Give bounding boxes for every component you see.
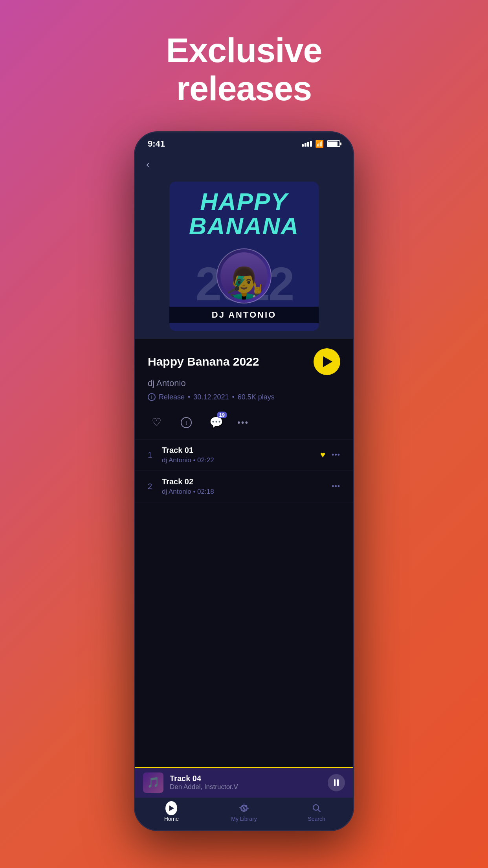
play-icon <box>323 356 332 367</box>
track-details: Track 01 dj Antonio • 02:22 <box>162 446 320 464</box>
release-info: i Release • 30.12.2021 • 60.5K plays <box>148 393 340 401</box>
album-title: HAPPY BANANA <box>189 189 299 238</box>
more-button[interactable]: ••• <box>237 417 249 428</box>
info-icon: i <box>148 393 156 401</box>
search-nav-icon <box>311 802 323 814</box>
battery-icon <box>327 140 340 147</box>
nav-item-home[interactable]: Home <box>152 802 191 822</box>
download-icon: ↓ <box>181 417 192 428</box>
table-row[interactable]: 1 Track 01 dj Antonio • 02:22 ♥ ••• <box>135 440 353 471</box>
dj-figure: 👨‍🎤 <box>220 252 268 300</box>
comment-badge: 19 <box>217 412 227 418</box>
like-button[interactable]: ♡ <box>148 414 165 431</box>
dj-circle: 👨‍🎤 <box>216 248 272 303</box>
mini-player[interactable]: 🎵 Track 04 Den Addel, Instructor.V <box>135 767 353 798</box>
track-actions: ••• <box>332 482 340 491</box>
promo-headline: Exclusive releases <box>166 31 322 108</box>
mini-track-info: Track 04 Den Addel, Instructor.V <box>170 774 321 791</box>
album-artwork-container: HAPPY BANANA 2022 👨‍🎤 DJ ANTONIO <box>135 174 353 339</box>
library-nav-label: My Library <box>231 816 257 822</box>
track-details: Track 02 dj Antonio • 02:18 <box>162 477 332 496</box>
heart-filled-icon[interactable]: ♥ <box>320 450 325 460</box>
home-play-icon <box>169 805 174 811</box>
track-number: 2 <box>148 482 162 491</box>
home-nav-label: Home <box>164 816 179 822</box>
top-nav: ‹ <box>135 152 353 174</box>
home-nav-icon <box>165 802 177 814</box>
download-button[interactable]: ↓ <box>178 414 195 431</box>
pause-button[interactable] <box>328 774 345 791</box>
mini-artwork: 🎵 <box>143 772 163 793</box>
play-button[interactable] <box>314 348 340 375</box>
mini-track-name: Track 04 <box>170 774 321 783</box>
artist-name: dj Antonio <box>148 378 340 388</box>
track-name: Track 01 <box>162 446 320 455</box>
nav-item-search[interactable]: Search <box>297 802 336 822</box>
table-row[interactable]: 2 Track 02 dj Antonio • 02:18 ••• <box>135 471 353 502</box>
nav-item-library[interactable]: My Library <box>224 802 264 822</box>
status-bar: 9:41 📶 <box>135 132 353 152</box>
search-nav-label: Search <box>308 816 325 822</box>
track-artist-time: dj Antonio • 02:18 <box>162 488 332 496</box>
track-more-icon[interactable]: ••• <box>332 451 340 459</box>
track-more-icon[interactable]: ••• <box>332 482 340 491</box>
mini-artist: Den Addel, Instructor.V <box>170 783 321 791</box>
track-name: Track 02 <box>162 477 332 486</box>
album-artwork: HAPPY BANANA 2022 👨‍🎤 DJ ANTONIO <box>169 182 319 331</box>
dj-name-band: DJ ANTONIO <box>169 307 319 323</box>
bottom-nav: Home My Library <box>135 798 353 830</box>
app-content: ‹ HAPPY BANANA 2022 👨‍🎤 DJ ANTON <box>135 152 353 830</box>
pause-icon <box>334 779 339 786</box>
heart-icon: ♡ <box>152 416 161 429</box>
status-time: 9:41 <box>148 139 165 149</box>
home-play-circle <box>165 801 177 815</box>
comment-button[interactable]: 💬 19 <box>207 414 225 431</box>
track-list: 1 Track 01 dj Antonio • 02:22 ♥ ••• 2 Tr… <box>135 440 353 767</box>
dj-name: DJ ANTONIO <box>212 310 276 320</box>
track-actions: ♥ ••• <box>320 450 340 460</box>
library-nav-icon <box>238 802 250 814</box>
track-info-section: Happy Banana 2022 dj Antonio i Release •… <box>135 339 353 408</box>
track-artist-time: dj Antonio • 02:22 <box>162 456 320 464</box>
wifi-icon: 📶 <box>315 140 324 148</box>
track-title: Happy Banana 2022 <box>148 355 259 368</box>
track-number: 1 <box>148 451 162 460</box>
dj-silhouette-icon: 👨‍🎤 <box>224 268 264 300</box>
track-title-row: Happy Banana 2022 <box>148 348 340 375</box>
signal-icon <box>302 141 312 147</box>
action-row: ♡ ↓ 💬 19 ••• <box>135 408 353 440</box>
phone-mockup: 9:41 📶 ‹ HAPPY B <box>134 131 354 831</box>
status-icons: 📶 <box>302 140 340 148</box>
back-button[interactable]: ‹ <box>146 158 160 171</box>
